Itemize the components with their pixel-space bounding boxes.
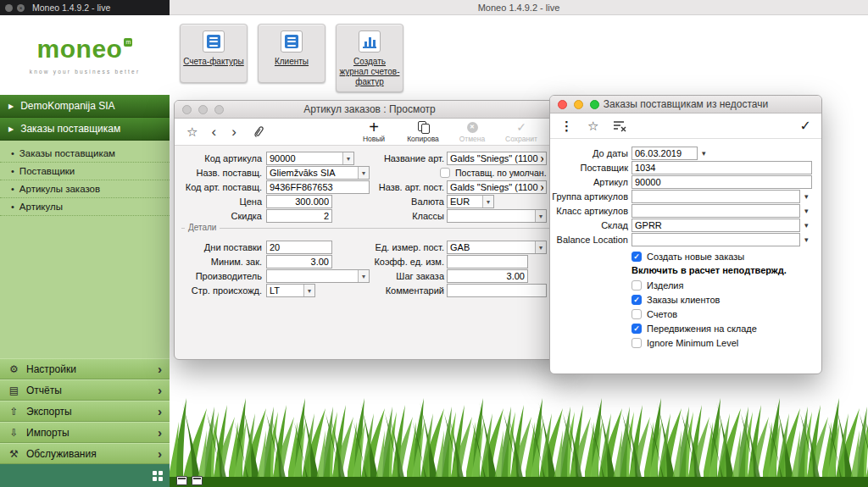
zoom-icon[interactable] [214, 105, 224, 114]
warehouse-input[interactable] [632, 219, 800, 232]
main-window-titlebar[interactable]: Moneo 1.4.9.2 - live [170, 0, 868, 15]
dropdown-arrow-icon[interactable]: ▾ [535, 210, 546, 222]
sidebar-item-exports[interactable]: ⇧ Экспорты › [0, 401, 170, 422]
article-code-input[interactable] [267, 152, 342, 164]
shortcut-invoices[interactable]: Счета-фактуры [180, 24, 248, 83]
close-icon[interactable] [558, 100, 567, 109]
copy-button[interactable]: Копирова [403, 121, 442, 143]
action-buttons: + Новый Копирова Отмена ✓ Сохранит [354, 121, 556, 143]
origin-country-input[interactable] [267, 285, 303, 296]
article-class-input[interactable] [632, 204, 800, 218]
checkbox-label: Передвижения на складе [647, 324, 757, 334]
back-icon[interactable]: ‹ [211, 125, 216, 139]
classes-input[interactable] [448, 210, 535, 222]
close-icon[interactable] [17, 4, 25, 12]
dropdown-arrow-icon[interactable]: ▾ [804, 193, 809, 201]
favorite-star-icon[interactable]: ☆ [186, 125, 198, 138]
until-date-input[interactable] [632, 147, 698, 160]
checkbox-icon [632, 252, 642, 262]
client-orders-checkbox[interactable]: Заказы клиентов [632, 294, 720, 306]
article-group-label: Группа артикулов [550, 191, 628, 202]
zoom-icon[interactable] [590, 100, 599, 109]
currency-input[interactable] [448, 196, 482, 208]
sidebar-item-supplier-orders[interactable]: • Заказы поставщикам [0, 145, 170, 163]
sidebar-section-supplier-orders[interactable]: ▶ Заказы поставщикам [0, 118, 170, 141]
cancel-icon [467, 122, 478, 133]
window-icon[interactable] [192, 476, 203, 485]
delivery-days-input[interactable] [266, 241, 332, 254]
new-button[interactable]: + Новый [354, 121, 393, 143]
article-toolbar: ☆ ‹ › + Новый Копирова Отмена [175, 119, 565, 146]
article-input[interactable] [632, 175, 812, 189]
close-icon[interactable] [182, 105, 192, 114]
invoices-checkbox[interactable]: Счетов [632, 308, 677, 320]
comment-input[interactable] [447, 284, 547, 297]
favorite-star-icon[interactable]: ☆ [587, 119, 598, 134]
balance-location-input[interactable] [632, 233, 800, 246]
sidebar: Moneo 1.4.9.2 - live moneo m know your b… [0, 0, 170, 487]
article-window-titlebar[interactable]: Артикул заказов : Просмотр [175, 101, 565, 119]
classes-combobox: ▾ [447, 209, 547, 223]
shortage-window-titlebar[interactable]: Заказы поставщикам из недостачи [550, 96, 821, 113]
dropdown-arrow-icon[interactable]: ▾ [358, 167, 369, 179]
sidebar-titlebar[interactable]: Moneo 1.4.9.2 - live [0, 0, 170, 15]
shortcut-clients[interactable]: Клиенты [258, 24, 326, 83]
shortcut-label: Создать журнал счетов-фактур [339, 57, 400, 87]
supplier-input[interactable] [632, 161, 812, 174]
article-code-label: Код артикула [175, 153, 262, 164]
min-order-input[interactable] [266, 255, 332, 268]
supplier-unit-label: Ед. измер. пост. [344, 242, 444, 253]
dropdown-arrow-icon[interactable]: ▾ [702, 150, 706, 158]
dropdown-arrow-icon[interactable]: ▾ [482, 196, 493, 208]
minimize-icon[interactable] [574, 100, 583, 109]
dropdown-arrow-icon[interactable]: ▾ [804, 208, 809, 215]
sidebar-item-imports[interactable]: ⇩ Импорты › [0, 422, 170, 443]
sidebar-item-order-articles[interactable]: • Артикулы заказов [0, 180, 170, 198]
save-button[interactable]: ✓ Сохранит [502, 121, 541, 143]
attachment-icon[interactable] [253, 125, 264, 138]
dropdown-arrow-icon[interactable]: ▾ [303, 285, 314, 296]
window-icon[interactable] [176, 476, 187, 485]
sidebar-item-maintenance[interactable]: ⚒ Обслуживания › [0, 443, 170, 464]
article-name-input[interactable] [447, 152, 547, 165]
warehouse-label: Склад [550, 220, 628, 231]
article-group-input[interactable] [632, 190, 800, 203]
sidebar-section-company[interactable]: ▶ DemoKompanija SIA [0, 95, 170, 118]
forward-icon[interactable]: › [231, 125, 236, 139]
run-check-icon[interactable]: ✓ [800, 118, 811, 134]
warehouse-movements-checkbox[interactable]: Передвижения на складе [632, 323, 757, 335]
sidebar-item-articles[interactable]: • Артикулы [0, 198, 170, 216]
menu-dots-icon[interactable]: ⋮ [560, 119, 573, 134]
plus-icon: + [369, 121, 379, 134]
dropdown-arrow-icon[interactable]: ▾ [804, 236, 809, 244]
supplier-unit-input[interactable] [448, 241, 535, 253]
discount-input[interactable] [266, 209, 332, 223]
cancel-button[interactable]: Отмена [453, 121, 492, 143]
default-supplier-checkbox[interactable]: Поставщ. по умолчан. [440, 167, 547, 179]
checkbox-label: Создать новые заказы [647, 252, 744, 262]
grid-icon[interactable] [153, 471, 163, 481]
clear-filter-icon[interactable] [613, 120, 626, 132]
order-step-input[interactable] [447, 269, 528, 283]
minimize-icon[interactable] [198, 105, 208, 114]
chevron-right-icon: › [158, 426, 162, 439]
sidebar-item-suppliers[interactable]: • Поставщики [0, 163, 170, 180]
min-order-label: Миним. зак. [175, 257, 262, 268]
supplier-article-name-input[interactable] [447, 180, 547, 194]
dropdown-arrow-icon[interactable]: ▾ [804, 222, 809, 230]
ignore-minimum-level-checkbox[interactable]: Ignore Minimum Level [632, 337, 738, 349]
shortcut-create-invoice-journal[interactable]: Создать журнал счетов-фактур [336, 24, 403, 92]
supplier-name-input[interactable] [267, 167, 358, 179]
unit-coefficient-input[interactable] [447, 255, 528, 268]
dropdown-arrow-icon[interactable]: ▾ [535, 241, 546, 253]
sidebar-item-settings[interactable]: ⚙ Настройки › [0, 358, 170, 379]
create-new-orders-checkbox[interactable]: Создать новые заказы [632, 251, 744, 263]
clients-list-icon [281, 30, 303, 53]
window-button-icon[interactable] [5, 4, 13, 12]
products-checkbox[interactable]: Изделия [632, 279, 683, 291]
journal-chart-icon [359, 30, 381, 53]
sidebar-item-reports[interactable]: ▤ Отчёты › [0, 379, 170, 401]
checkbox-icon [632, 280, 642, 291]
export-icon: ⇧ [8, 406, 20, 418]
price-input[interactable] [266, 195, 332, 208]
